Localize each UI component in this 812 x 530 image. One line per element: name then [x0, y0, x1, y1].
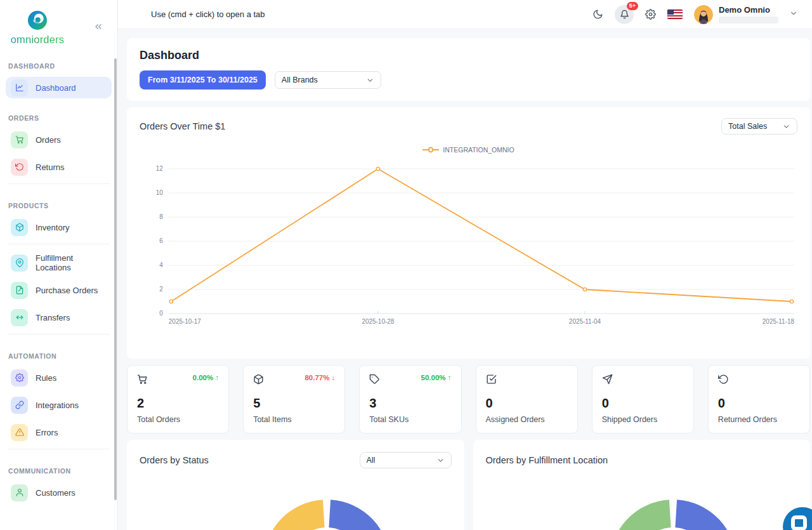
alert-triangle-icon — [11, 424, 28, 441]
page-header-card: Dashboard From 3/11/2025 To 30/11/2025 A… — [127, 38, 810, 101]
brands-select-value: All Brands — [282, 76, 318, 84]
sidebar-item-returns[interactable]: Returns — [6, 156, 112, 178]
sidebar-item-customers[interactable]: Customers — [6, 482, 112, 503]
alert-triangle-icon — [15, 428, 24, 437]
orders-by-fulfillment-title: Orders by Fulfillment Location — [486, 455, 608, 465]
stat-label: Total Items — [253, 415, 335, 424]
svg-text:4: 4 — [159, 262, 163, 268]
metric-select[interactable]: Total Sales — [721, 118, 797, 135]
stat-label: Total SKUs — [369, 415, 451, 424]
chevron-down-icon — [789, 9, 798, 18]
sidebar-item-integrations[interactable]: Integrations — [6, 394, 112, 416]
orders-over-time-title: Orders Over Time $1 — [140, 121, 225, 131]
bell-icon — [620, 10, 629, 19]
stat-value: 0 — [486, 396, 568, 411]
stat-delta: 80.77% ↓ — [304, 374, 335, 381]
stat-card-total-skus: 50.00% ↑3Total SKUs — [359, 365, 461, 434]
arrows-left-right-icon — [11, 309, 28, 326]
sidebar-scrollbar[interactable] — [114, 58, 117, 500]
sidebar-item-label: Rules — [36, 373, 56, 383]
sidebar-item-inventory[interactable]: Inventory — [6, 216, 112, 238]
date-range-button[interactable]: From 3/11/2025 To 30/11/2025 — [140, 70, 266, 89]
sidebar-nav: DASHBOARDDashboardORDERSOrdersReturnsPRO… — [0, 50, 117, 530]
user-name: Demo Omnio — [719, 5, 778, 15]
sidebar-item-orders[interactable]: Orders — [6, 129, 112, 150]
settings-gear-icon[interactable] — [645, 9, 656, 20]
metric-select-value: Total Sales — [728, 122, 767, 131]
svg-text:2: 2 — [159, 286, 163, 293]
sidebar-header: omniorders — [0, 0, 117, 50]
orders-by-status-donut-chart — [257, 493, 396, 530]
stat-label: Assigned Orders — [486, 415, 568, 424]
sidebar-section-label: COMMUNICATION — [0, 457, 117, 482]
language-flag-us[interactable] — [667, 10, 683, 19]
sidebar-item-label: Purchase Orders — [36, 286, 98, 295]
brands-select[interactable]: All Brands — [275, 71, 381, 89]
stat-card-returned-orders: 0Returned Orders — [708, 365, 810, 434]
sidebar-item-label: Orders — [36, 135, 61, 145]
sidebar-item-rules[interactable]: Rules — [6, 367, 112, 388]
app-logo[interactable]: omniorders — [10, 9, 65, 46]
legend-marker-icon — [422, 147, 439, 153]
sidebar-divider — [8, 183, 110, 184]
sidebar-collapse-icon[interactable] — [93, 22, 103, 32]
sidebar: omniorders DASHBOARDDashboardORDERSOrder… — [0, 0, 118, 530]
stat-label: Returned Orders — [718, 415, 800, 424]
svg-text:10: 10 — [156, 189, 164, 196]
link-icon — [15, 401, 24, 409]
stat-delta: 0.00% ↑ — [193, 374, 219, 381]
shopping-cart-icon — [15, 135, 24, 144]
stat-value: 3 — [369, 396, 451, 411]
orders-over-time-line-chart: 0246810122025-10-172025-10-282025-11-042… — [140, 162, 797, 335]
sidebar-item-label: Transfers — [36, 313, 70, 322]
line-chart-icon — [15, 83, 24, 92]
package-icon — [11, 219, 28, 236]
rotate-ccw-icon — [718, 374, 729, 385]
sidebar-item-transfers[interactable]: Transfers — [6, 307, 112, 328]
sidebar-divider — [8, 449, 110, 449]
flag-canton — [667, 10, 674, 15]
chevron-down-icon — [436, 456, 445, 465]
orders-by-status-title: Orders by Status — [140, 455, 209, 465]
svg-text:2025-10-17: 2025-10-17 — [169, 318, 201, 325]
rotate-ccw-icon — [11, 159, 28, 176]
sidebar-item-label: Integrations — [36, 401, 79, 410]
link-icon — [11, 397, 28, 414]
sidebar-item-dashboard[interactable]: Dashboard — [6, 77, 112, 98]
stat-value: 0 — [718, 396, 800, 411]
sidebar-item-fulfillment-locations[interactable]: Fulfillment Locations — [6, 252, 112, 274]
sidebar-item-purchase-orders[interactable]: Purchase Orders — [6, 279, 112, 301]
map-pin-icon — [11, 255, 28, 272]
topbar: Use (cmd + click) to open a tab 5+ — [118, 0, 812, 29]
sidebar-section-label: ORDERS — [0, 104, 117, 129]
svg-text:2025-11-04: 2025-11-04 — [569, 318, 601, 325]
notifications-button[interactable]: 5+ — [615, 5, 634, 24]
svg-text:8: 8 — [159, 213, 163, 220]
sidebar-item-label: Errors — [36, 428, 58, 437]
orders-by-fulfillment-donut-chart — [603, 493, 743, 530]
stat-label: Total Orders — [137, 415, 219, 424]
sidebar-section-label: PRODUCTS — [0, 192, 117, 216]
svg-text:2025-11-18: 2025-11-18 — [763, 318, 795, 325]
status-filter-value: All — [367, 456, 376, 465]
user-icon — [15, 488, 24, 497]
user-email-redacted — [719, 17, 778, 23]
arrows-left-right-icon — [15, 313, 24, 322]
status-filter-select[interactable]: All — [360, 452, 452, 468]
svg-text:0: 0 — [159, 310, 163, 317]
svg-text:2025-10-28: 2025-10-28 — [362, 318, 394, 325]
sidebar-item-errors[interactable]: Errors — [6, 421, 112, 443]
rotate-ccw-icon — [15, 162, 24, 171]
stat-label: Shipped Orders — [602, 415, 684, 424]
line-chart-legend[interactable]: INTEGRATION_OMNIO — [140, 146, 797, 154]
stats-row: 0.00% ↑2Total Orders80.77% ↓5Total Items… — [127, 365, 810, 434]
sidebar-item-label: Fulfillment Locations — [36, 253, 107, 272]
avatar — [694, 5, 713, 24]
user-menu[interactable]: Demo Omnio — [694, 5, 798, 24]
stat-card-total-orders: 0.00% ↑2Total Orders — [127, 365, 229, 434]
topbar-hint: Use (cmd + click) to open a tab — [151, 10, 265, 19]
dark-mode-moon-icon[interactable] — [593, 9, 603, 20]
stat-value: 5 — [253, 396, 335, 411]
file-edit-icon — [15, 286, 24, 295]
sidebar-divider — [8, 334, 110, 335]
